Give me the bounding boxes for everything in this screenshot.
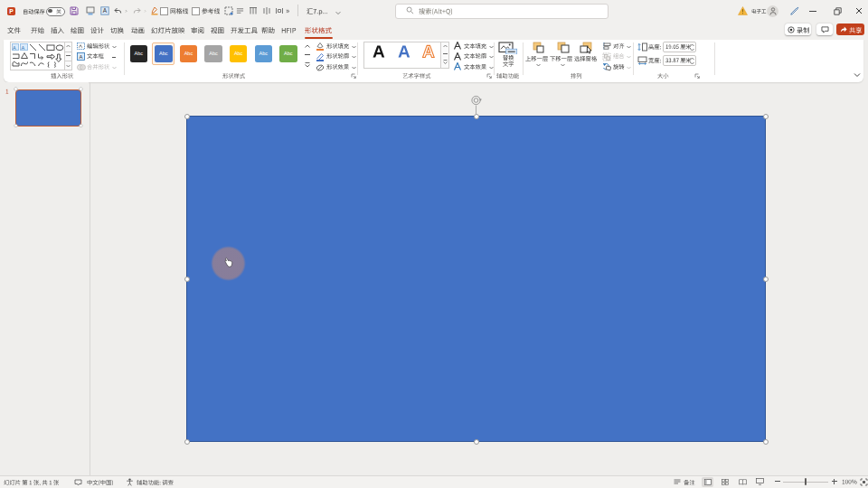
svg-text:A: A xyxy=(22,45,25,51)
svg-text:A: A xyxy=(13,45,16,51)
svg-text:A: A xyxy=(103,7,108,14)
svg-text:P: P xyxy=(9,8,14,14)
svg-text:A: A xyxy=(79,54,82,60)
